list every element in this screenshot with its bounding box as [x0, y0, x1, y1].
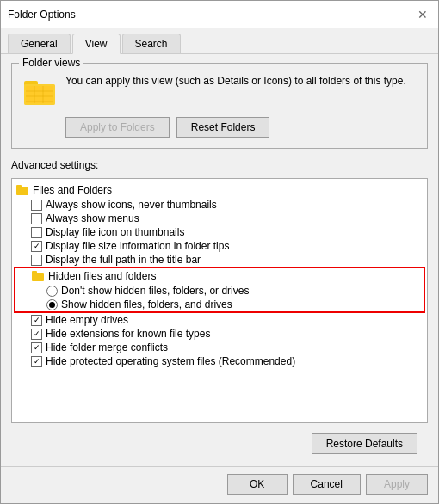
tabs-container: General View Search: [1, 28, 438, 54]
ok-button[interactable]: OK: [227, 474, 288, 495]
dialog-title: Folder Options: [8, 9, 76, 21]
radio-show-hidden[interactable]: [46, 299, 58, 310]
folder-views-inner: You can apply this view (such as Details…: [22, 71, 417, 108]
tab-general[interactable]: General: [8, 34, 71, 53]
folder-options-dialog: Folder Options ✕ General View Search Fol…: [0, 0, 439, 504]
checkbox-always-show-menus[interactable]: [31, 213, 42, 224]
settings-list[interactable]: Files and Folders Always show icons, nev…: [11, 178, 428, 423]
checkbox-display-file-icon[interactable]: [31, 227, 42, 238]
bottom-buttons: OK Cancel Apply: [1, 466, 438, 503]
setting-hide-protected-os-files[interactable]: Hide protected operating system files (R…: [12, 354, 427, 368]
cancel-button[interactable]: Cancel: [293, 474, 361, 495]
setting-display-file-size[interactable]: Display file size information in folder …: [12, 239, 427, 253]
restore-defaults-button[interactable]: Restore Defaults: [312, 433, 417, 454]
title-bar: Folder Options ✕: [1, 1, 438, 28]
hidden-files-highlight: Hidden files and folders Don't show hidd…: [14, 267, 425, 313]
setting-hide-empty-drives[interactable]: Hide empty drives: [12, 313, 427, 327]
svg-rect-10: [16, 185, 22, 188]
category-hidden-files[interactable]: Hidden files and folders: [15, 268, 424, 284]
setting-dont-show-hidden[interactable]: Don't show hidden files, folders, or dri…: [15, 284, 424, 298]
folder-views-group: Folder views Yo: [11, 63, 428, 149]
tab-search[interactable]: Search: [122, 34, 181, 53]
setting-display-full-path[interactable]: Display the full path in the title bar: [12, 253, 427, 267]
folder-views-label: Folder views: [19, 57, 83, 69]
checkbox-hide-extensions[interactable]: [31, 329, 42, 340]
checkbox-hide-empty-drives[interactable]: [31, 315, 42, 326]
checkbox-always-show-icons[interactable]: [31, 200, 42, 211]
main-content: Folder views Yo: [1, 54, 438, 466]
category-files-and-folders[interactable]: Files and Folders: [12, 182, 427, 198]
restore-row: Restore Defaults: [11, 430, 428, 458]
checkbox-hide-folder-merge-conflicts[interactable]: [31, 342, 42, 353]
setting-display-file-icon[interactable]: Display file icon on thumbnails: [12, 225, 427, 239]
folder-views-buttons: Apply to Folders Reset Folders: [65, 117, 417, 138]
tab-view[interactable]: View: [72, 34, 121, 54]
reset-folders-button[interactable]: Reset Folders: [176, 117, 270, 138]
apply-to-folders-button[interactable]: Apply to Folders: [65, 117, 170, 138]
radio-dont-show-hidden[interactable]: [46, 286, 58, 297]
folder-views-description: You can apply this view (such as Details…: [65, 74, 417, 89]
svg-rect-3: [26, 86, 53, 103]
setting-show-hidden[interactable]: Show hidden files, folders, and drives: [15, 298, 424, 311]
setting-always-show-icons[interactable]: Always show icons, never thumbnails: [12, 198, 427, 212]
folder-icon: [22, 74, 57, 108]
checkbox-display-full-path[interactable]: [31, 255, 42, 266]
apply-button[interactable]: Apply: [366, 474, 428, 495]
advanced-settings-label: Advanced settings:: [11, 159, 428, 171]
checkbox-hide-protected-os-files[interactable]: [31, 356, 42, 367]
close-button[interactable]: ✕: [414, 6, 431, 23]
setting-hide-extensions[interactable]: Hide extensions for known file types: [12, 327, 427, 341]
svg-rect-12: [32, 271, 37, 274]
setting-hide-folder-merge-conflicts[interactable]: Hide folder merge conflicts: [12, 341, 427, 354]
checkbox-display-file-size[interactable]: [31, 241, 42, 252]
setting-always-show-menus[interactable]: Always show menus: [12, 212, 427, 225]
